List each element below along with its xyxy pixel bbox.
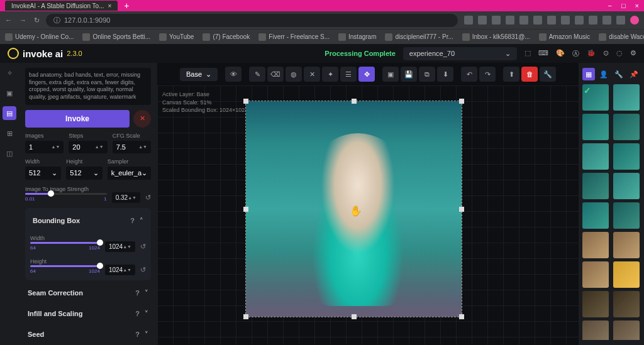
delete-icon[interactable]: 🗑 <box>521 67 538 82</box>
gallery-thumbnail[interactable] <box>613 320 640 340</box>
gallery-thumbnail[interactable] <box>582 261 609 288</box>
close-tab-icon[interactable]: × <box>108 3 112 9</box>
reset-icon[interactable]: ↺ <box>140 266 146 274</box>
gallery-thumbnail[interactable] <box>613 173 640 199</box>
negative-prompt-input[interactable]: bad anatomy, bad hands, text, error, mis… <box>25 68 151 105</box>
resize-handle[interactable] <box>243 99 248 104</box>
width-select[interactable]: 512⌄ <box>25 167 61 180</box>
txt2img-tab[interactable]: ✧ <box>3 66 16 80</box>
resize-handle[interactable] <box>243 314 248 319</box>
eyedropper-tool[interactable]: ✦ <box>322 67 338 82</box>
back-icon[interactable]: ← <box>5 16 12 25</box>
palette-icon[interactable]: 🎨 <box>556 49 565 58</box>
bookmark-item[interactable]: (7) Facebook <box>203 33 250 41</box>
help-icon[interactable]: ? <box>130 217 135 225</box>
close-window-icon[interactable]: × <box>635 2 639 9</box>
resize-handle[interactable] <box>243 207 248 212</box>
bookmark-item[interactable]: Online Sports Betti... <box>82 33 150 41</box>
bookmark-item[interactable]: discipleneil777 - Pr... <box>385 33 453 41</box>
options-icon[interactable]: ☰ <box>340 67 357 82</box>
gallery-thumbnail[interactable] <box>582 232 609 258</box>
chevron-up-icon[interactable]: ˄ <box>140 217 143 225</box>
help-icon[interactable]: ? <box>135 310 140 318</box>
ext-icon[interactable] <box>492 16 501 25</box>
bbox-height-value[interactable]: 1024▲▼ <box>105 265 135 275</box>
eraser-tool[interactable]: ⌫ <box>267 67 284 82</box>
steps-input[interactable]: 20▲▼ <box>69 141 107 153</box>
bbox-header[interactable]: Bounding Box ?˄ <box>30 213 146 229</box>
bounding-box-frame[interactable]: ✋ <box>245 101 462 317</box>
ext-icon[interactable] <box>602 16 611 25</box>
canvas-tab[interactable]: ▤ <box>3 106 16 120</box>
postprocess-tab[interactable]: ◫ <box>3 146 16 160</box>
gallery-thumbnail[interactable] <box>582 173 609 199</box>
wrench-icon[interactable]: 🔧 <box>540 67 556 82</box>
reload-icon[interactable]: ↻ <box>34 16 40 25</box>
gallery-thumbnail[interactable] <box>613 232 640 258</box>
bookmark-item[interactable]: Inbox - klk56831@... <box>462 33 530 41</box>
resize-handle[interactable] <box>352 314 357 319</box>
chevron-down-icon[interactable]: ˅ <box>145 331 148 339</box>
keyboard-icon[interactable]: ⌨ <box>538 49 548 58</box>
img2img-value[interactable]: 0.32▲▼ <box>112 192 140 203</box>
img2img-slider[interactable] <box>25 193 107 195</box>
bookmark-item[interactable]: disable Wacom Circ... <box>599 33 644 41</box>
ext-icon[interactable] <box>589 16 597 25</box>
gallery-user-tab[interactable]: 👤 <box>597 68 610 80</box>
reset-icon[interactable]: ↺ <box>145 194 151 202</box>
cancel-button[interactable]: ✕ <box>133 110 151 128</box>
cfg-input[interactable]: 7.5▲▼ <box>113 141 151 153</box>
gallery-thumbnail[interactable] <box>613 84 640 111</box>
ext-icon[interactable] <box>547 16 556 25</box>
bookmark-item[interactable]: Udemy - Online Co... <box>5 33 74 41</box>
help-icon[interactable]: ? <box>135 331 140 339</box>
images-input[interactable]: 1▲▼ <box>25 141 64 153</box>
infill-scaling-header[interactable]: Infill and Scaling ?˅ <box>25 306 151 322</box>
address-bar[interactable]: ⓘ 127.0.0.1:9090 <box>46 14 458 27</box>
site-info-icon[interactable]: ⓘ <box>53 16 60 25</box>
undo-icon[interactable]: ↶ <box>461 67 477 82</box>
bug-icon[interactable]: 🐞 <box>587 49 596 58</box>
ext-icon[interactable] <box>478 16 487 25</box>
bookmark-item[interactable]: Amazon Music <box>539 33 591 41</box>
height-select[interactable]: 512⌄ <box>66 167 102 180</box>
discord-icon[interactable]: ◌ <box>616 49 623 58</box>
gallery-thumbnail[interactable] <box>582 320 609 340</box>
gallery-thumbnail[interactable] <box>582 291 609 317</box>
settings-icon[interactable]: ⚙ <box>630 49 636 58</box>
mask-icon[interactable]: 👁 <box>225 67 242 82</box>
reset-icon[interactable]: ↺ <box>140 243 146 251</box>
help-icon[interactable]: ? <box>135 289 140 297</box>
gallery-thumbnail[interactable] <box>613 202 640 229</box>
gallery-images-tab[interactable]: ▦ <box>582 68 595 80</box>
ext-icon[interactable] <box>561 16 570 25</box>
gallery-thumbnail[interactable] <box>613 114 640 140</box>
ext-icon[interactable] <box>575 16 584 25</box>
nodes-tab[interactable]: ⊞ <box>3 126 16 140</box>
gallery-thumbnail[interactable] <box>582 114 609 140</box>
resize-handle[interactable] <box>459 99 464 104</box>
layer-select[interactable]: Base⌄ <box>180 68 218 81</box>
minimize-icon[interactable]: − <box>608 2 611 9</box>
save-icon[interactable]: 💾 <box>401 67 417 82</box>
gallery-thumbnail[interactable] <box>613 291 640 317</box>
browser-tab[interactable]: InvokeAI - A Stable Diffusion To... × <box>5 1 118 11</box>
bookmark-item[interactable]: YouTube <box>159 33 194 41</box>
fill-tool[interactable]: ◍ <box>286 67 302 82</box>
brush-tool[interactable]: ✎ <box>249 67 265 82</box>
gallery-thumbnail[interactable] <box>613 261 640 288</box>
sampler-select[interactable]: k_euler_a⌄ <box>108 167 151 180</box>
ext-icon[interactable] <box>616 16 625 25</box>
bbox-height-slider[interactable] <box>30 265 100 267</box>
canvas-viewport[interactable]: Active Layer: Base Canvas Scale: 51% Sca… <box>157 85 579 345</box>
ext-icon[interactable] <box>464 16 473 25</box>
github-icon[interactable]: ⊙ <box>603 49 609 58</box>
redo-icon[interactable]: ↷ <box>479 67 496 82</box>
language-icon[interactable]: Ⓐ <box>572 49 579 58</box>
img2img-tab[interactable]: ▣ <box>3 86 16 100</box>
copy-icon[interactable]: ⧉ <box>419 67 435 82</box>
move-tool[interactable]: ✥ <box>358 67 375 82</box>
bbox-width-slider[interactable] <box>30 242 100 244</box>
model-selector[interactable]: experience_70 ⌄ <box>403 47 517 60</box>
upload-icon[interactable]: ⬆ <box>503 67 519 82</box>
